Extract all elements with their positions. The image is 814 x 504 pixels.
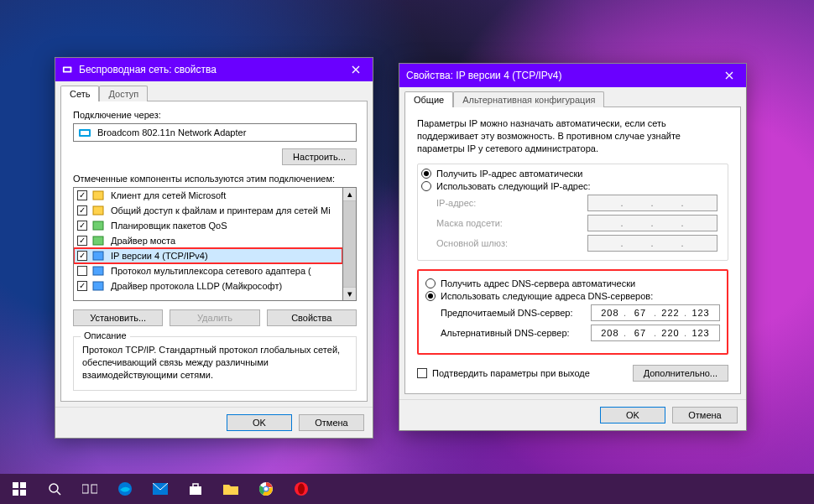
close-icon <box>352 65 360 74</box>
install-button[interactable]: Установить... <box>73 309 163 326</box>
component-icon <box>92 265 106 277</box>
svg-rect-7 <box>93 236 103 245</box>
search-button[interactable] <box>39 474 70 504</box>
task-view-button[interactable] <box>74 474 106 504</box>
checkbox[interactable] <box>77 281 87 291</box>
list-item-label: Драйвер моста <box>111 236 175 246</box>
close-button[interactable] <box>339 58 373 81</box>
tabstrip: Общие Альтернативная конфигурация <box>399 87 746 107</box>
taskbar[interactable] <box>0 474 814 504</box>
adapter-field: Broadcom 802.11n Network Adapter <box>73 123 357 142</box>
properties-button[interactable]: Свойства <box>267 309 357 326</box>
checkbox[interactable] <box>77 236 87 246</box>
radio-label: Использовать следующие адреса DNS-сервер… <box>441 291 653 301</box>
advanced-button[interactable]: Дополнительно... <box>633 365 728 382</box>
window-title: Беспроводная сеть: свойства <box>79 64 339 75</box>
tab-access[interactable]: Доступ <box>99 86 148 101</box>
list-item[interactable]: Общий доступ к файлам и принтерам для се… <box>74 203 342 218</box>
validate-on-exit-checkbox[interactable]: Подтвердить параметры при выходе <box>417 368 590 378</box>
dns-preferred-input[interactable]: 208. 67. 222. 123 <box>591 304 720 321</box>
ok-button[interactable]: OK <box>227 414 292 431</box>
component-icon <box>92 205 106 216</box>
connect-using-label: Подключение через: <box>73 110 357 120</box>
description-heading: Описание <box>81 330 130 340</box>
tab-body: Параметры IP можно назначать автоматичес… <box>404 107 741 394</box>
taskbar-app-edge[interactable] <box>109 474 141 504</box>
components-label: Отмеченные компоненты используются этим … <box>73 174 357 184</box>
tab-network[interactable]: Сеть <box>60 86 99 101</box>
radio-label: Получить IP-адрес автоматически <box>436 169 582 179</box>
list-item[interactable]: Драйвер моста <box>74 233 342 248</box>
gateway-label: Основной шлюз: <box>436 238 579 248</box>
checkbox[interactable] <box>77 251 87 261</box>
adapter-name: Broadcom 802.11n Network Adapter <box>97 127 246 138</box>
checkbox[interactable] <box>77 266 87 276</box>
uninstall-button[interactable]: Удалить <box>170 309 259 326</box>
svg-point-15 <box>50 484 58 492</box>
titlebar[interactable]: Свойства: IP версии 4 (TCP/IPv4) <box>399 64 746 87</box>
tab-body: Подключение через: Broadcom 802.11n Netw… <box>60 101 368 402</box>
taskbar-app-opera[interactable] <box>285 474 317 504</box>
checkbox-label: Подтвердить параметры при выходе <box>432 368 590 378</box>
start-button[interactable] <box>3 474 35 504</box>
checkbox[interactable] <box>77 205 87 216</box>
window-title: Свойства: IP версии 4 (TCP/IPv4) <box>406 70 712 81</box>
radio-ip-manual[interactable]: Использовать следующий IP-адрес: <box>421 181 724 191</box>
tab-general[interactable]: Общие <box>404 91 453 107</box>
svg-rect-11 <box>13 482 18 488</box>
cancel-button[interactable]: Отмена <box>299 414 364 431</box>
list-item[interactable]: Протокол мультиплексора сетевого адаптер… <box>74 263 342 278</box>
configure-button[interactable]: Настроить... <box>282 148 357 165</box>
components-list[interactable]: Клиент для сетей Microsoft Общий доступ … <box>73 187 343 301</box>
scroll-thumb[interactable] <box>343 201 356 287</box>
svg-rect-18 <box>91 485 97 493</box>
scroll-up-icon[interactable]: ▴ <box>343 188 356 201</box>
subnet-mask-label: Маска подсети: <box>436 218 579 228</box>
radio-dns-manual[interactable]: Использовать следующие адреса DNS-сервер… <box>425 291 720 301</box>
list-item[interactable]: Драйвер протокола LLDP (Майкрософт) <box>74 278 342 294</box>
checkbox[interactable] <box>77 190 87 200</box>
radio-dns-auto[interactable]: Получить адрес DNS-сервера автоматически <box>425 278 720 288</box>
titlebar[interactable]: Беспроводная сеть: свойства <box>55 58 373 81</box>
store-icon <box>189 482 202 496</box>
radio-label: Получить адрес DNS-сервера автоматически <box>441 278 635 288</box>
taskbar-app-explorer[interactable] <box>215 474 247 504</box>
edge-icon <box>117 481 133 496</box>
ip-address-input: ... <box>587 195 717 211</box>
svg-point-24 <box>264 487 269 491</box>
subnet-mask-input: ... <box>587 215 717 231</box>
ok-button[interactable]: OK <box>600 407 665 423</box>
dialog-footer: OK Отмена <box>55 407 373 438</box>
dns-alternate-input[interactable]: 208. 67. 220. 123 <box>591 325 720 341</box>
component-icon <box>92 220 106 231</box>
list-item-ipv4[interactable]: IP версии 4 (TCP/IPv4) <box>74 248 342 263</box>
scroll-down-icon[interactable]: ▾ <box>343 287 356 300</box>
svg-rect-6 <box>93 221 103 230</box>
taskbar-app-mail[interactable] <box>144 474 176 504</box>
taskbar-app-chrome[interactable] <box>250 474 282 504</box>
list-item-label: Протокол мультиплексора сетевого адаптер… <box>111 266 311 276</box>
scrollbar[interactable]: ▴ ▾ <box>343 187 357 301</box>
list-item[interactable]: Клиент для сетей Microsoft <box>74 188 342 203</box>
window-ipv4-properties: Свойства: IP версии 4 (TCP/IPv4) Общие А… <box>399 63 747 431</box>
svg-rect-12 <box>20 482 26 488</box>
svg-rect-4 <box>93 191 103 200</box>
network-adapter-icon <box>62 64 74 75</box>
list-item-label: Планировщик пакетов QoS <box>111 221 227 231</box>
taskbar-app-store[interactable] <box>180 474 211 504</box>
radio-ip-auto[interactable]: Получить IP-адрес автоматически <box>421 169 724 179</box>
ip-address-label: IP-адрес: <box>436 198 579 208</box>
list-item-label: Драйвер протокола LLDP (Майкрософт) <box>111 281 282 291</box>
cancel-button[interactable]: Отмена <box>672 407 738 423</box>
list-item[interactable]: Планировщик пакетов QoS <box>74 218 342 233</box>
description-text: Протокол TCP/IP. Стандартный протокол гл… <box>82 344 347 382</box>
svg-rect-17 <box>82 485 88 493</box>
mail-icon <box>153 483 168 495</box>
checkbox[interactable] <box>77 221 87 231</box>
tab-alternate-config[interactable]: Альтернативная конфигурация <box>453 91 604 107</box>
list-item-label: Клиент для сетей Microsoft <box>111 190 226 200</box>
chrome-icon <box>258 481 274 496</box>
close-button[interactable] <box>712 64 746 87</box>
component-icon <box>92 280 106 292</box>
window-network-properties: Беспроводная сеть: свойства Сеть Доступ … <box>55 57 373 439</box>
